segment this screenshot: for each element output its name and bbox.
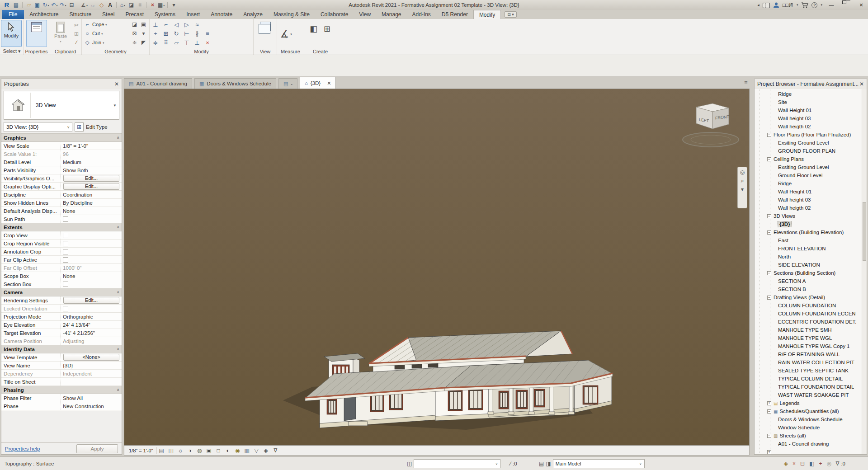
collapse-icon[interactable]: − xyxy=(767,271,771,275)
ribbon-tab-collaborate[interactable]: Collaborate xyxy=(315,10,354,19)
sun-path-icon[interactable]: ☼ xyxy=(176,446,185,455)
section-box-checkbox[interactable] xyxy=(63,282,68,287)
ribbon-tab-structure[interactable]: Structure xyxy=(64,10,97,19)
customize-qat-icon[interactable]: ▾ xyxy=(170,0,178,9)
property-value[interactable]: By Discipline xyxy=(61,200,122,206)
sun-path-checkbox[interactable] xyxy=(63,216,68,222)
full-navigation-wheel-icon[interactable]: ◎ xyxy=(740,169,745,175)
properties-palette-icon[interactable]: ▤ xyxy=(12,0,20,9)
cope-dropdown-icon[interactable]: ▾ xyxy=(105,23,107,26)
cut-options-icon[interactable]: ▾ xyxy=(140,30,147,37)
cut-to-clipboard-icon[interactable]: ✂ xyxy=(72,22,80,29)
filter-icon[interactable]: ∇ xyxy=(835,461,839,467)
property-value[interactable]: Show All xyxy=(61,395,122,401)
ribbon-tab-manage[interactable]: Manage xyxy=(376,10,406,19)
sync-with-central-icon-dropdown[interactable]: ▾ xyxy=(48,4,49,7)
background-processes-icon[interactable]: ◎ xyxy=(827,461,831,467)
worksets-icon[interactable]: ◫ xyxy=(407,461,412,467)
property-value[interactable]: <None> xyxy=(61,354,122,361)
delete-icon[interactable]: × xyxy=(203,38,212,47)
default-3d-view-icon[interactable]: ⌂▾ xyxy=(118,0,127,9)
drawing-area[interactable]: LEFT FRONT ◎⌕▾ xyxy=(124,89,750,446)
match-type-properties-icon[interactable]: ∕ xyxy=(72,39,80,46)
edit-button[interactable]: Edit... xyxy=(63,183,119,190)
view-panel-button[interactable] xyxy=(255,20,276,47)
select-elements-by-face-toggle-icon[interactable]: ◧ xyxy=(809,461,814,467)
navbar-expand-icon[interactable]: ▾ xyxy=(741,187,744,192)
section-header-camera[interactable]: Camera∧ xyxy=(1,288,122,296)
view-scale-button[interactable]: 1/8" = 1'-0" xyxy=(126,447,157,454)
type-selector[interactable]: 3D View ▼ xyxy=(4,91,119,120)
tree-item[interactable]: −Ceiling Plans xyxy=(755,155,867,163)
close-button[interactable]: ✕ xyxy=(855,0,867,9)
show-analytical-model-icon[interactable]: ▽ xyxy=(252,446,261,455)
reveal-hidden-elements-icon[interactable]: ◉ xyxy=(233,446,242,455)
tree-item[interactable]: ECCENTRIC FOUNDATION DET. xyxy=(755,318,867,326)
tree-item[interactable]: SIDE ELEVATION xyxy=(755,261,867,269)
properties-toggle-button[interactable] xyxy=(26,20,47,47)
select-panel-label[interactable]: Select ▾ xyxy=(0,48,24,54)
modify-tool-button[interactable]: Modify xyxy=(1,20,22,47)
undo-icon[interactable]: ↶▾ xyxy=(50,0,59,9)
edit-button[interactable]: Edit... xyxy=(63,297,119,304)
apply-button[interactable]: Apply xyxy=(76,444,118,453)
tree-item[interactable]: FRONT ELEVATION xyxy=(755,244,867,253)
tree-item[interactable]: −Drafting Views (Detail) xyxy=(755,293,867,301)
tree-item[interactable]: RAIN WATER COLLECTION PIT xyxy=(755,358,867,367)
ribbon-tab-analyze[interactable]: Analyze xyxy=(238,10,268,19)
property-value[interactable] xyxy=(61,241,122,246)
close-inactive-windows-icon[interactable]: × xyxy=(148,0,157,9)
tree-item[interactable]: Doors & Windows Schedule xyxy=(755,415,867,423)
tab-close-icon[interactable]: ✕ xyxy=(327,80,331,86)
edit-type-icon[interactable]: ⊞ xyxy=(75,122,84,132)
ribbon-tab-architecture[interactable]: Architecture xyxy=(24,10,64,19)
properties-close-icon[interactable]: ✕ xyxy=(114,81,119,87)
tree-item-selected[interactable]: {3D} xyxy=(755,220,867,228)
design-option-combo[interactable]: Main Model ∨ xyxy=(553,459,645,468)
tree-item[interactable]: +▤Legends xyxy=(755,399,867,407)
property-value[interactable]: Coordination xyxy=(61,192,122,197)
mirror-pick-icon[interactable]: ▷ xyxy=(182,20,192,28)
property-value[interactable]: 96 xyxy=(61,151,122,157)
properties-palette-header[interactable]: Properties ✕ xyxy=(1,79,122,89)
property-value[interactable]: 1/8" = 1'-0" xyxy=(61,143,122,149)
array-icon[interactable]: ⠿ xyxy=(161,38,171,47)
visual-style-icon[interactable]: ◫ xyxy=(166,446,176,455)
project-browser-header[interactable]: Project Browser - Formative Assignment..… xyxy=(755,79,867,89)
offset-icon[interactable]: ≑ xyxy=(151,38,160,47)
app-store-cart-icon[interactable] xyxy=(801,2,808,8)
collapse-icon[interactable]: − xyxy=(767,214,771,218)
property-value[interactable]: -41' 4 21/256" xyxy=(61,330,122,336)
property-value[interactable] xyxy=(61,249,122,254)
copy-to-clipboard-icon[interactable]: ⊞ xyxy=(72,30,80,38)
print-icon[interactable]: ⊟ xyxy=(67,0,76,9)
redo-icon-dropdown[interactable]: ▾ xyxy=(65,4,66,7)
property-value[interactable] xyxy=(61,282,122,287)
property-value[interactable] xyxy=(61,216,122,222)
property-value[interactable] xyxy=(61,257,122,263)
measure-button[interactable]: ∡ ▾ xyxy=(280,20,301,47)
tree-item[interactable]: −▦Schedules/Quantities (all) xyxy=(755,407,867,415)
tree-item[interactable]: Exsiting Ground Level xyxy=(755,163,867,171)
tree-item[interactable]: Window Schedule xyxy=(755,423,867,432)
cut-dropdown-icon[interactable]: ▾ xyxy=(101,32,103,35)
ribbon-tab-d5-render[interactable]: D5 Render xyxy=(436,10,473,19)
ribbon-tab-precast[interactable]: Precast xyxy=(120,10,149,19)
help-dropdown-icon[interactable]: ▾ xyxy=(821,3,822,7)
trim-corner-icon[interactable]: ⌐ xyxy=(161,20,171,28)
tag-by-category-icon[interactable]: ◇ xyxy=(97,0,106,9)
move-icon[interactable]: + xyxy=(151,29,160,38)
tree-item[interactable]: Wall Height 01 xyxy=(755,106,867,114)
reveal-constraints-icon[interactable]: ∇ xyxy=(271,446,280,455)
scale-icon[interactable]: ▱ xyxy=(171,38,181,47)
tree-item[interactable]: TYPICAL FOUNDATION DETAIL xyxy=(755,383,867,391)
collapse-icon[interactable]: − xyxy=(767,409,771,414)
aligned-dimension-icon[interactable]: ↔ xyxy=(89,0,97,9)
viewcube[interactable]: LEFT FRONT xyxy=(678,97,746,151)
document-tab--[interactable]: ▤- xyxy=(278,78,297,89)
apply-coping-icon[interactable]: ◪ xyxy=(131,21,138,28)
select-pinned-elements-toggle-icon[interactable]: ⊟ xyxy=(800,461,805,467)
temporary-view-properties-icon[interactable]: ▥ xyxy=(242,446,252,455)
tree-item[interactable]: COLUMN FOUNDATION ECCEN xyxy=(755,310,867,318)
section-header-identity-data[interactable]: Identity Data∧ xyxy=(1,345,122,353)
